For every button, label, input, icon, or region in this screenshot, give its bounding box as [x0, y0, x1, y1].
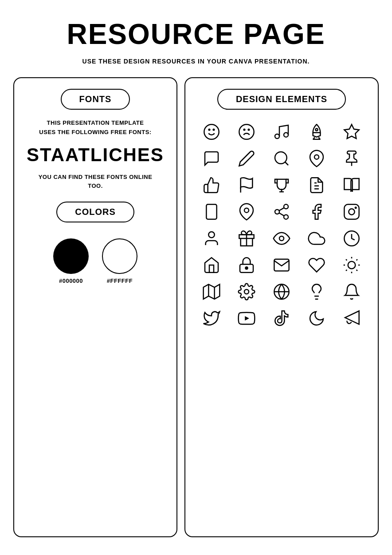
svg-point-7	[284, 133, 288, 137]
map-icon	[200, 280, 223, 303]
flag-icon	[235, 174, 258, 197]
left-panel: FONTS THIS PRESENTATION TEMPLATEUSES THE…	[13, 77, 177, 537]
svg-point-19	[244, 208, 249, 213]
music-icon	[270, 120, 293, 143]
pencil-icon	[235, 147, 258, 170]
white-swatch-circle	[102, 238, 137, 274]
svg-point-22	[284, 215, 288, 219]
mail-icon	[270, 254, 293, 277]
sad-icon	[235, 120, 258, 143]
white-swatch-label: #FFFFFF	[107, 278, 133, 284]
svg-point-10	[275, 152, 287, 164]
svg-point-34	[246, 267, 248, 269]
icon-row-8	[194, 307, 369, 330]
svg-point-21	[275, 210, 279, 214]
black-swatch-label: #000000	[59, 278, 83, 284]
svg-point-1	[209, 129, 210, 131]
svg-point-35	[348, 262, 355, 269]
svg-point-6	[275, 134, 279, 139]
colors-badge: COLORS	[56, 202, 134, 222]
rocket-icon	[305, 120, 328, 143]
page-subtitle: USE THESE DESIGN RESOURCES IN YOUR CANVA…	[82, 58, 310, 65]
icon-row-4	[194, 200, 369, 223]
heart-icon	[305, 254, 328, 277]
svg-line-39	[356, 270, 357, 271]
facebook-icon	[305, 200, 328, 223]
svg-line-43	[356, 259, 357, 260]
svg-point-4	[244, 129, 245, 131]
lock-icon	[235, 254, 258, 277]
gear-icon	[235, 280, 258, 303]
color-swatches: #000000 #FFFFFF	[53, 238, 137, 284]
location-icon	[235, 200, 258, 223]
pin-icon	[305, 147, 328, 170]
chat-icon	[200, 147, 223, 170]
icon-row-6	[194, 254, 369, 277]
svg-point-47	[244, 289, 249, 294]
svg-line-23	[279, 213, 284, 216]
star-icon	[340, 120, 363, 143]
fonts-description: THIS PRESENTATION TEMPLATEUSES THE FOLLO…	[39, 119, 151, 137]
svg-point-28	[209, 232, 215, 238]
color-swatch-black: #000000	[53, 238, 89, 284]
book-icon	[340, 174, 363, 197]
bell-icon	[340, 280, 363, 303]
color-swatch-white: #FFFFFF	[102, 238, 137, 284]
svg-point-11	[314, 155, 319, 159]
youtube-icon	[235, 307, 258, 330]
svg-point-3	[239, 124, 254, 139]
svg-marker-44	[204, 284, 220, 299]
smile-icon	[200, 120, 223, 143]
document-icon	[305, 174, 328, 197]
colors-section: COLORS #000000 #FFFFFF	[23, 202, 168, 284]
svg-rect-25	[344, 204, 359, 219]
instagram-icon	[340, 200, 363, 223]
cloud-icon	[305, 227, 328, 250]
home-icon	[200, 254, 223, 277]
bulb-icon	[305, 280, 328, 303]
svg-point-31	[279, 236, 284, 241]
svg-line-42	[346, 270, 347, 271]
eye-icon	[270, 227, 293, 250]
icon-row-2	[194, 147, 369, 170]
fonts-badge: FONTS	[61, 89, 130, 110]
svg-point-20	[284, 204, 288, 209]
svg-point-2	[213, 129, 215, 131]
svg-point-27	[355, 207, 356, 209]
icon-row-3	[194, 174, 369, 197]
icon-row-1	[194, 120, 369, 143]
svg-marker-52	[245, 316, 249, 321]
user-icon	[200, 227, 223, 250]
gift-icon	[235, 227, 258, 250]
sun-icon	[340, 254, 363, 277]
icon-row-5	[194, 227, 369, 250]
svg-point-5	[248, 129, 250, 131]
svg-point-8	[315, 129, 318, 131]
page-title: RESOURCE PAGE	[67, 18, 325, 51]
svg-line-38	[346, 259, 347, 260]
trophy-icon	[270, 174, 293, 197]
design-elements-badge: DESIGN ELEMENTS	[217, 89, 346, 110]
fonts-note: YOU CAN FIND THESE FONTS ONLINETOO.	[39, 173, 153, 191]
svg-line-24	[279, 208, 284, 211]
icon-row-7	[194, 280, 369, 303]
main-panels: FONTS THIS PRESENTATION TEMPLATEUSES THE…	[13, 77, 379, 537]
globe-icon	[270, 280, 293, 303]
phone-icon	[200, 200, 223, 223]
tiktok-icon	[270, 307, 293, 330]
share-icon	[270, 200, 293, 223]
right-panel: DESIGN ELEMENTS	[184, 77, 379, 537]
clock-icon	[340, 227, 363, 250]
magnify-icon	[270, 147, 293, 170]
svg-rect-17	[207, 204, 217, 219]
thumbsup-icon	[200, 174, 223, 197]
thumbtack-icon	[340, 147, 363, 170]
font-name-display: STAATLICHES	[27, 144, 164, 166]
svg-marker-9	[344, 124, 359, 139]
black-swatch-circle	[53, 238, 89, 274]
icons-grid	[194, 120, 369, 330]
megaphone-icon	[340, 307, 363, 330]
twitter-icon	[200, 307, 223, 330]
moon-icon	[305, 307, 328, 330]
svg-point-26	[349, 209, 354, 214]
